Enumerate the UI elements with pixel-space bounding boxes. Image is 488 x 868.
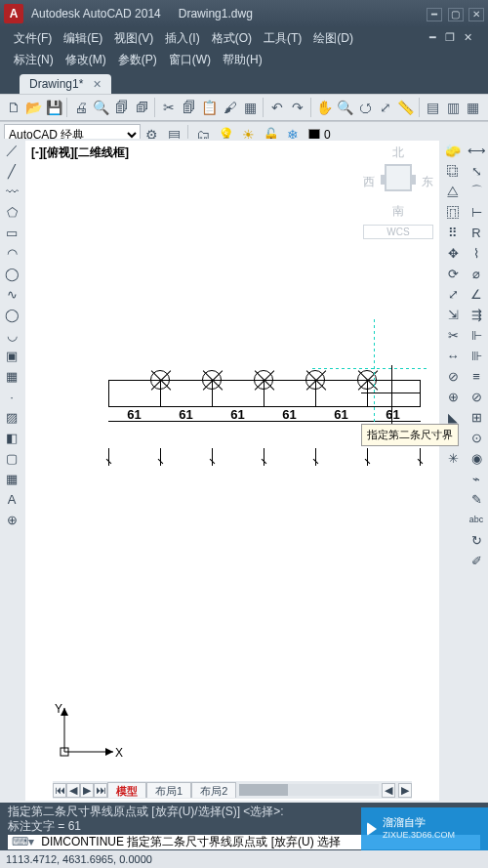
palette-icon[interactable]: ▥	[443, 97, 463, 118]
publish-icon[interactable]: 🗐	[112, 97, 132, 118]
break-icon[interactable]: ⊘	[443, 366, 463, 386]
array-icon[interactable]: ⠿	[443, 223, 463, 242]
redo-icon[interactable]: ↷	[288, 97, 307, 118]
viewcube-wcs[interactable]: WCS	[363, 225, 433, 239]
dim-style-icon[interactable]: ✐	[467, 551, 486, 570]
dim-continue-icon[interactable]: ⊪	[467, 346, 486, 365]
viewcube[interactable]: 北 西 东 南 WCS	[363, 145, 433, 238]
stretch-icon[interactable]: ⇲	[443, 305, 463, 324]
menu-help[interactable]: 帮助(H)	[223, 52, 263, 68]
dim-diameter-icon[interactable]: ⌀	[467, 264, 486, 283]
trim-icon[interactable]: ✂	[443, 325, 463, 345]
extend-icon[interactable]: ↔	[443, 346, 463, 365]
coordinates-readout[interactable]: 1113.4712, 4631.6965, 0.0000	[6, 853, 152, 865]
zoom-icon[interactable]: 🔍	[335, 97, 354, 118]
viewcube-west[interactable]: 西	[363, 174, 375, 190]
circle-icon[interactable]: ◯	[2, 264, 21, 283]
inspect-icon[interactable]: ◉	[467, 448, 486, 468]
viewcube-north[interactable]: 北	[363, 145, 433, 161]
paste-icon[interactable]: 📋	[200, 97, 220, 118]
open-icon[interactable]: 📂	[24, 97, 44, 118]
hatch-icon[interactable]: ▨	[2, 407, 21, 427]
dim-tedit-icon[interactable]: abc	[467, 510, 486, 529]
layout2-tab[interactable]: 布局2	[191, 782, 236, 798]
mdi-close-icon[interactable]: ✕	[461, 31, 474, 45]
center-icon[interactable]: ⊙	[467, 428, 486, 447]
print-icon[interactable]: 🖨	[71, 97, 91, 118]
minimize-icon[interactable]: ━	[427, 8, 442, 21]
measure-icon[interactable]: 📏	[396, 97, 416, 118]
hscroll-thumb[interactable]	[239, 784, 288, 796]
sheet-icon[interactable]: 🗊	[133, 97, 152, 118]
layout1-tab[interactable]: 布局1	[146, 782, 191, 798]
viewcube-south[interactable]: 南	[363, 203, 433, 220]
orbit-icon[interactable]: ⭯	[355, 97, 375, 118]
dim-aligned-icon[interactable]: ⤡	[467, 161, 486, 181]
zoom-all-icon[interactable]: ⤢	[376, 97, 395, 118]
pan-icon[interactable]: ✋	[315, 97, 335, 118]
polygon-icon[interactable]: ⬠	[2, 202, 21, 222]
undo-icon[interactable]: ↶	[267, 97, 287, 118]
dim-quick-icon[interactable]: ⇶	[467, 305, 486, 324]
dim-radius-icon[interactable]: R	[467, 223, 486, 242]
region-icon[interactable]: ▢	[2, 448, 21, 468]
dc-icon[interactable]: ▦	[464, 97, 483, 118]
menu-insert[interactable]: 插入(I)	[165, 30, 199, 47]
join-icon[interactable]: ⊕	[443, 387, 463, 406]
dim-angular-icon[interactable]: ∠	[467, 284, 486, 304]
copy-icon[interactable]: 🗐	[180, 97, 199, 118]
pline-icon[interactable]: 〰	[2, 182, 21, 201]
add-sel-icon[interactable]: ⊕	[2, 510, 21, 529]
tolerance-icon[interactable]: ⊞	[467, 407, 486, 427]
hscroll-left-icon[interactable]: ◀	[382, 783, 395, 798]
offset-icon[interactable]: ⿵	[443, 202, 463, 222]
cut-icon[interactable]: ✂	[159, 97, 179, 118]
dim-update-icon[interactable]: ↻	[467, 530, 486, 550]
insert-icon[interactable]: ▣	[2, 346, 21, 365]
erase-icon[interactable]: 🧽	[443, 141, 463, 160]
ellipse-icon[interactable]: ◯	[2, 305, 21, 324]
menu-tools[interactable]: 工具(T)	[264, 30, 302, 47]
arc-icon[interactable]: ◠	[2, 243, 21, 263]
tab-prev-icon[interactable]: ◀	[66, 783, 80, 798]
make-block-icon[interactable]: ▦	[2, 366, 21, 386]
viewcube-east[interactable]: 东	[422, 174, 433, 190]
dim-ord-icon[interactable]: ⊢	[467, 202, 486, 222]
dim-jog-icon[interactable]: ⌇	[467, 243, 486, 263]
menu-draw[interactable]: 绘图(D)	[313, 30, 353, 47]
rect-icon[interactable]: ▭	[2, 223, 21, 242]
menu-edit[interactable]: 编辑(E)	[63, 30, 102, 47]
maximize-icon[interactable]: ▢	[448, 8, 464, 21]
hscroll-right-icon[interactable]: ▶	[398, 783, 412, 798]
match-icon[interactable]: 🖌	[221, 97, 240, 118]
menu-modify[interactable]: 修改(M)	[65, 52, 106, 68]
dim-space-icon[interactable]: ≡	[467, 366, 486, 386]
document-tab-close-icon[interactable]: ✕	[93, 78, 102, 91]
viewport-label[interactable]: [-][俯视][二维线框]	[31, 145, 129, 161]
save-icon[interactable]: 💾	[45, 97, 64, 118]
menu-dimension[interactable]: 标注(N)	[14, 52, 54, 68]
scale-icon[interactable]: ⤢	[443, 284, 463, 304]
line-icon[interactable]: ／	[2, 141, 21, 160]
props-icon[interactable]: ▤	[423, 97, 442, 118]
menu-view[interactable]: 视图(V)	[114, 30, 153, 47]
drawing-canvas[interactable]: [-][俯视][二维线框] 北 西 东 南 WCS	[25, 141, 439, 801]
tab-last-icon[interactable]: ⏭	[94, 783, 107, 798]
menu-parametric[interactable]: 参数(P)	[118, 52, 157, 68]
document-tab[interactable]: Drawing1* ✕	[20, 74, 111, 94]
dim-linear-icon[interactable]: ⟷	[467, 141, 486, 160]
point-icon[interactable]: ·	[2, 387, 21, 406]
table-icon[interactable]: ▦	[2, 469, 21, 488]
preview-icon[interactable]: 🔍	[92, 97, 111, 118]
text-icon[interactable]: A	[2, 489, 21, 509]
menu-format[interactable]: 格式(O)	[212, 30, 252, 47]
xline-icon[interactable]: ╱	[2, 161, 21, 181]
move-icon[interactable]: ✥	[443, 243, 463, 263]
dim-baseline-icon[interactable]: ⊩	[467, 325, 486, 345]
mdi-restore-icon[interactable]: ❐	[443, 31, 457, 45]
dim-edit-icon[interactable]: ✎	[467, 489, 486, 509]
mdi-min-icon[interactable]: ━	[426, 31, 439, 45]
model-tab[interactable]: 模型	[107, 782, 146, 798]
mirror-icon[interactable]: ⧋	[443, 182, 463, 201]
gradient-icon[interactable]: ◧	[2, 428, 21, 447]
